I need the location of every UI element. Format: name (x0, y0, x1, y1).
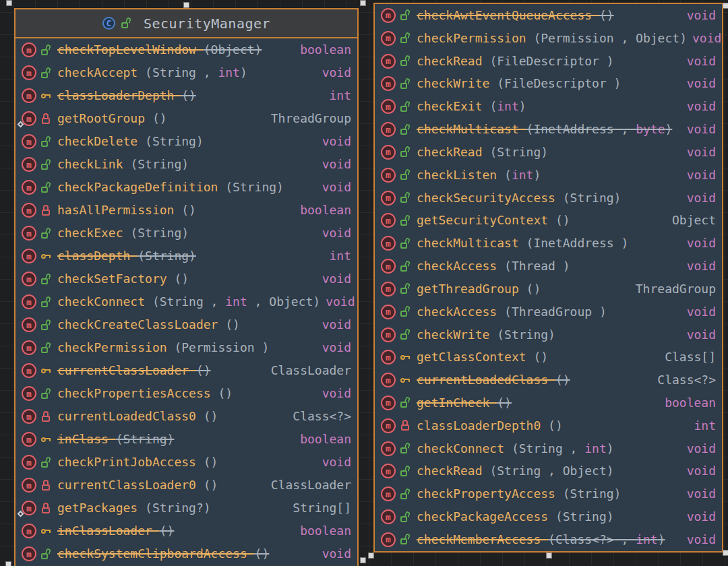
method-signature: checkRead (String) (417, 146, 548, 158)
method-row[interactable]: m checkRead (FileDescriptor ) void (375, 50, 722, 73)
method-row[interactable]: m checkTopLevelWindow (Object) boolean (16, 38, 357, 61)
return-type: void (681, 123, 716, 135)
method-row[interactable]: m checkPackageDefinition (String) void (16, 176, 357, 199)
method-row[interactable]: m checkSecurityAccess (String) void (375, 187, 722, 210)
method-name: hasAllPermission (57, 203, 181, 217)
method-signature: checkConnect (String , int , Object) (57, 296, 320, 308)
method-signature: checkAwtEventQueueAccess () (417, 9, 614, 22)
method-signature: currentClassLoader0 () (57, 479, 218, 491)
method-row[interactable]: m checkWrite (FileDescriptor ) void (375, 72, 722, 95)
method-row[interactable]: m checkCreateClassLoader () void (16, 313, 357, 336)
resize-handle[interactable] (183, 2, 189, 8)
method-row[interactable]: m getSecurityContext () Object (375, 209, 722, 232)
method-row[interactable]: m inClass (String) boolean (16, 428, 357, 451)
method-row[interactable]: m checkConnect (String , int , Object) v… (16, 290, 357, 313)
method-signature: checkDelete (String) (57, 135, 204, 148)
method-signature: checkMulticast (InetAddress , byte) (417, 123, 672, 135)
resize-handle[interactable] (5, 561, 11, 566)
method-row[interactable]: m classDepth (String) int (16, 245, 357, 268)
method-row[interactable]: m checkPropertyAccess (String) void (375, 482, 722, 505)
method-row[interactable]: m checkSetFactory () void (16, 268, 357, 290)
method-row[interactable]: m checkSystemClipboardAccess () void (16, 542, 357, 565)
method-row[interactable]: m checkMemberAccess (Class<?> , int) voi… (375, 528, 722, 551)
class-header[interactable]: C SecurityManager (16, 9, 357, 38)
resize-handle[interactable] (360, 557, 366, 563)
method-row[interactable]: m checkListen (int) void (375, 164, 722, 187)
method-row[interactable]: m checkExit (int) void (375, 95, 722, 118)
method-row[interactable]: m getThreadGroup () ThreadGroup (375, 278, 722, 301)
method-name: checkSecurityAccess (417, 191, 563, 205)
method-icon: m (381, 122, 396, 137)
return-type: void (317, 227, 351, 239)
method-row[interactable]: m currentLoadedClass0 () Class<?> (16, 405, 357, 428)
method-row[interactable]: m checkAwtEventQueueAccess () void (375, 4, 722, 27)
method-name: checkConnect (417, 441, 512, 455)
method-name: checkTopLevelWindow (57, 42, 204, 57)
method-letter: m (26, 527, 32, 536)
method-letter: m (26, 46, 32, 55)
resize-handle[interactable] (6, 0, 12, 6)
method-params: (String) (145, 134, 204, 148)
return-type: void (681, 169, 716, 181)
method-row[interactable]: m checkLink (String) void (16, 153, 357, 176)
method-icon: m (22, 203, 36, 218)
method-letter: m (386, 34, 391, 42)
method-row[interactable]: m currentClassLoader0 () ClassLoader (16, 474, 357, 497)
method-row[interactable]: m checkAccess (Thread ) void (375, 255, 722, 278)
method-row[interactable]: m checkPropertiesAccess () void (16, 382, 357, 405)
method-icon: m (381, 191, 396, 206)
method-row[interactable]: m getPackages (String?) String[] (16, 497, 357, 520)
method-row[interactable]: m currentClassLoader () ClassLoader (16, 359, 357, 382)
method-row[interactable]: m checkMulticast (InetAddress , byte) vo… (375, 118, 722, 141)
method-row[interactable]: m checkDelete (String) void (16, 130, 357, 153)
resize-handle[interactable] (723, 3, 728, 9)
method-row[interactable]: m checkPermission (Permission , Object) … (375, 27, 722, 50)
method-name: currentLoadedClass0 (57, 409, 204, 423)
method-row[interactable]: m inClassLoader () boolean (16, 520, 357, 542)
method-row[interactable]: m getClassContext () Class[] (375, 346, 722, 369)
diagram-canvas[interactable]: C SecurityManager m checkTopLevelWindow … (0, 0, 728, 566)
method-params: (int) (504, 168, 541, 182)
method-signature: checkListen (int) (417, 169, 541, 181)
method-icon: m (22, 272, 36, 286)
method-row[interactable]: m checkPermission (Permission ) void (16, 336, 357, 359)
method-row[interactable]: m checkExec (String) void (16, 222, 357, 245)
method-name: checkExit (417, 99, 489, 113)
method-letter: m (386, 513, 391, 522)
method-row[interactable]: m classLoaderDepth () int (16, 84, 357, 107)
method-row[interactable]: m currentLoadedClass () Class<?> (375, 369, 722, 391)
method-row[interactable]: m classLoaderDepth0 () int (375, 414, 722, 437)
method-row[interactable]: m checkRead (String , Object) void (375, 460, 722, 483)
method-row[interactable]: m checkConnect (String , int) void (375, 437, 722, 460)
method-letter: m (386, 421, 391, 430)
method-row[interactable]: m checkWrite (String) void (375, 323, 722, 346)
method-row[interactable]: m checkRead (String) void (375, 141, 722, 164)
method-signature: getClassContext () (417, 351, 548, 363)
method-name: checkMemberAccess (417, 532, 548, 546)
method-row[interactable]: m checkAccept (String , int) void (16, 61, 357, 84)
method-name: checkExec (57, 226, 130, 240)
method-params: (InetAddress ) (526, 236, 629, 250)
return-type: boolean (295, 525, 351, 537)
class-node-securitymanager-top[interactable]: C SecurityManager m checkTopLevelWindow … (14, 8, 359, 566)
method-row[interactable]: m getRootGroup () ThreadGroup (16, 107, 357, 130)
return-type: String[] (287, 502, 351, 514)
return-type: ClassLoader (266, 479, 351, 491)
method-row[interactable]: m checkMulticast (InetAddress ) void (375, 232, 722, 255)
method-row[interactable]: m checkPrintJobAccess () void (16, 451, 357, 474)
resize-handle[interactable] (546, 553, 552, 559)
resize-handle[interactable] (723, 550, 728, 556)
method-row[interactable]: m hasAllPermission () boolean (16, 199, 357, 222)
resize-handle[interactable] (368, 553, 374, 559)
method-row[interactable]: m getInCheck () boolean (375, 391, 722, 414)
method-row[interactable]: m checkAccess (ThreadGroup ) void (375, 301, 722, 323)
method-row[interactable]: m checkPackageAccess (String) void (375, 505, 722, 528)
method-params: (String) (563, 191, 621, 205)
method-params: (String , int) (512, 441, 614, 455)
method-letter: m (386, 467, 391, 476)
method-name: checkPropertiesAccess (57, 386, 218, 400)
lock-open-icon (400, 101, 411, 113)
class-node-securitymanager-continued[interactable]: m checkAwtEventQueueAccess () void m che… (373, 3, 723, 553)
return-type: boolean (295, 433, 351, 445)
resize-handle[interactable] (360, 0, 366, 6)
